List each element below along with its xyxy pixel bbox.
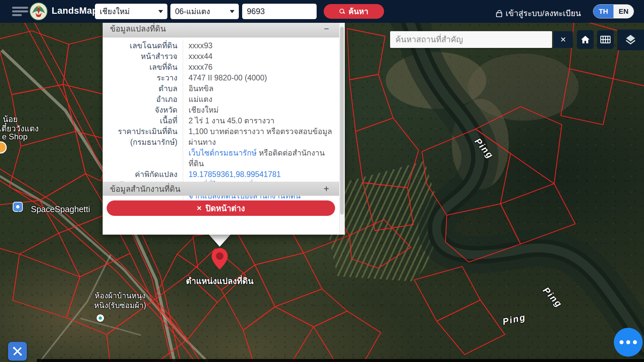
land-office-section-header[interactable]: ข้อมูลสำนักงานที่ดิน +: [103, 182, 339, 196]
table-row: จังหวัด เชียงใหม่: [103, 105, 339, 115]
coordinates-link[interactable]: 19.17859361,98.99541781: [189, 170, 281, 179]
restaurant-poi-icon[interactable]: [13, 202, 23, 212]
field-label: จังหวัด: [103, 105, 183, 115]
field-label: ตำบล: [103, 83, 183, 94]
land-office-section-title: ข้อมูลสำนักงานที่ดิน: [110, 182, 180, 195]
price-line2: เว็บไซต์กรมธนารักษ์ หรือติดต่อสำนักงานที…: [189, 147, 339, 169]
district-select[interactable]: 06-แม่แตง: [170, 4, 239, 19]
panel-scrollbar-thumb[interactable]: [340, 27, 344, 215]
shop-poi-icon[interactable]: [97, 314, 104, 322]
map-search-input[interactable]: [390, 31, 552, 48]
panel-scrollbar[interactable]: [339, 23, 345, 235]
field-value: แม่แตง: [183, 94, 212, 105]
table-row-price: ราคาประเมินที่ดิน (กรมธนารักษ์) 1,100 บา…: [103, 126, 339, 169]
table-row: เลขที่ดิน xxxx76: [103, 62, 339, 72]
close-icon: ×: [197, 203, 202, 213]
province-select-value: เชียงใหม่: [100, 5, 130, 17]
layers-icon: [624, 33, 637, 47]
department-of-lands-logo: [30, 2, 48, 20]
parcel-location-marker[interactable]: [212, 248, 228, 271]
layers-button[interactable]: [617, 29, 644, 50]
search-button-label: ค้นหา: [348, 5, 368, 17]
table-row: ระวาง 4747 II 9820-00 (4000): [103, 72, 339, 83]
field-value: 1,100 บาทต่อตารางวา หรือตรวจสอบข้อมูลผ่า…: [183, 126, 339, 169]
map-pin-icon: [212, 248, 228, 269]
restaurant-glyph: [16, 205, 19, 208]
lang-th-button[interactable]: TH: [593, 5, 613, 18]
measure-tools-button[interactable]: [8, 342, 27, 361]
field-value: 2 ไร่ 1 งาน 45.0 ตารางวา: [183, 115, 274, 126]
restaurant-label: SpaceSpaghetti: [31, 204, 90, 214]
search-icon: [339, 9, 345, 14]
menu-button[interactable]: [12, 7, 28, 17]
login-register-link[interactable]: เข้าสู่ระบบ/ลงทะเบียน: [496, 7, 581, 20]
lock-icon: [496, 12, 502, 17]
field-label: หน้าสำรวจ: [103, 51, 183, 62]
table-row: ค่าพิกัดแปลง 19.17859361,98.99541781: [103, 169, 339, 180]
treasury-website-link[interactable]: เว็บไซต์กรมธนารักษ์: [189, 148, 257, 157]
language-toggle: TH EN: [593, 4, 634, 18]
field-label: เลขที่ดิน: [103, 62, 183, 72]
parcel-fields-table: เลขโฉนดที่ดิน xxxx93 หน้าสำรวจ xxxx44 เล…: [103, 40, 339, 201]
field-value: อินทขิล: [183, 83, 214, 94]
landsmaps-app: น้อย เตี๋ยววังแตง e Shop SpaceSpaghetti …: [0, 0, 644, 362]
field-label: ราคาประเมินที่ดิน (กรมธนารักษ์): [103, 126, 183, 169]
measure-tools-icon: [12, 346, 23, 357]
field-label: ระวาง: [103, 72, 183, 83]
home-icon: [580, 35, 590, 45]
price-text: 1,100 บาทต่อตารางวา หรือตรวจสอบข้อมูลผ่า…: [189, 126, 339, 147]
map-attribution-strip: [37, 359, 644, 362]
field-label: เนื้อที่: [103, 115, 183, 126]
table-row: อำเภอ แม่แตง: [103, 94, 339, 105]
chevron-down-icon: [158, 10, 163, 13]
province-select[interactable]: เชียงใหม่: [95, 4, 167, 19]
top-navbar: LandsMaps เชียงใหม่ 06-แม่แตง ค้นหา เข้า…: [0, 0, 644, 23]
district-select-value: 06-แม่แตง: [175, 5, 210, 17]
map-place-label: e Shop: [2, 132, 28, 141]
field-label: ค่าพิกัดแปลง: [103, 169, 183, 180]
field-value: เชียงใหม่: [183, 105, 219, 115]
shop-label-line2: หนิง(รับซ่อมผ้า): [76, 301, 164, 310]
expand-icon[interactable]: +: [324, 183, 329, 194]
panel-callout-tail: [208, 234, 231, 247]
table-grid-icon: [600, 35, 611, 44]
close-icon: ×: [560, 34, 566, 45]
more-options-icon: [620, 340, 624, 344]
table-row: เนื้อที่ 2 ไร่ 1 งาน 45.0 ตารางวา: [103, 115, 339, 126]
field-label: อำเภอ: [103, 94, 183, 105]
price-label-line2: (กรมธนารักษ์): [103, 137, 177, 147]
parcel-info-header[interactable]: ข้อมูลแปลงที่ดิน −: [103, 23, 339, 38]
search-button[interactable]: ค้นหา: [324, 4, 384, 19]
home-button[interactable]: [577, 30, 594, 49]
shop-label-line1: ห้องผ้าบ้านหนุง: [76, 291, 164, 301]
field-value: xxxx93: [183, 40, 213, 51]
collapse-icon[interactable]: −: [324, 24, 329, 34]
table-row: หน้าสำรวจ xxxx44: [103, 51, 339, 62]
close-panel-button[interactable]: × ปิดหน้าต่าง: [107, 200, 335, 216]
lang-en-button[interactable]: EN: [613, 5, 634, 18]
table-row: เลขโฉนดที่ดิน xxxx93: [103, 40, 339, 51]
field-value: 19.17859361,98.99541781: [183, 169, 281, 180]
field-value: xxxx44: [183, 51, 213, 62]
login-register-label: เข้าสู่ระบบ/ลงทะเบียน: [505, 7, 581, 20]
panel-title: ข้อมูลแปลงที่ดิน: [110, 23, 166, 35]
field-value: 4747 II 9820-00 (4000): [183, 72, 267, 83]
parcel-info-panel: ข้อมูลแปลงที่ดิน − เลขโฉนดที่ดิน xxxx93 …: [103, 23, 345, 235]
field-label: เลขโฉนดที่ดิน: [103, 40, 183, 51]
clear-search-button[interactable]: ×: [553, 31, 573, 48]
field-value: xxxx76: [183, 62, 213, 72]
table-row: ตำบล อินทขิล: [103, 83, 339, 94]
more-options-button[interactable]: [614, 328, 643, 357]
parcel-number-input[interactable]: [242, 4, 317, 19]
marker-caption: ตำแหน่งแปลงที่ดิน: [176, 274, 263, 288]
close-button-label: ปิดหน้าต่าง: [206, 202, 245, 215]
shop-label: ห้องผ้าบ้านหนุง หนิง(รับซ่อมผ้า): [76, 291, 164, 310]
chevron-down-icon: [230, 10, 234, 13]
grid-view-button[interactable]: [597, 30, 614, 49]
price-label-line1: ราคาประเมินที่ดิน: [103, 126, 177, 137]
